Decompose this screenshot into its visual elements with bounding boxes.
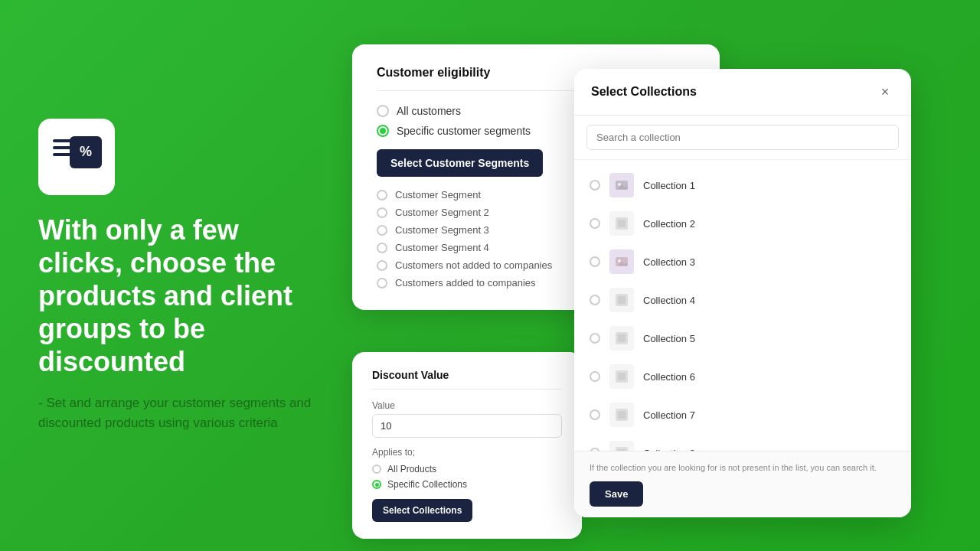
svg-rect-9	[618, 296, 626, 304]
modal-footer: If the collection you are looking for is…	[574, 451, 911, 517]
value-group: Value	[372, 400, 562, 438]
radio-circle-all	[377, 105, 389, 117]
radio-label-specific: Specific customer segments	[397, 125, 531, 137]
collection-item-0[interactable]: Collection 1	[574, 166, 911, 204]
coll-radio-7	[590, 448, 600, 451]
main-headline: With only a few clicks, choose the produ…	[38, 214, 314, 379]
svg-point-6	[618, 259, 621, 262]
coll-name-7: Collection 8	[643, 448, 695, 452]
coll-name-1: Collection 2	[643, 218, 695, 230]
segment-radio-3	[377, 243, 387, 253]
svg-rect-11	[618, 334, 626, 342]
discount-card: Discount Value Value Applies to; All Pro…	[352, 352, 582, 539]
segment-label-3: Customer Segment 4	[395, 242, 489, 253]
search-input[interactable]	[586, 125, 899, 150]
segment-label-2: Customer Segment 3	[395, 224, 489, 236]
coll-radio-2	[590, 256, 600, 267]
select-collections-button[interactable]: Select Collections	[372, 499, 472, 522]
coll-radio-3	[590, 295, 600, 305]
collection-item-6[interactable]: Collection 7	[574, 396, 911, 434]
segment-radio-2	[377, 225, 387, 236]
radio-circle-specific	[377, 125, 389, 137]
segment-radio-0	[377, 190, 387, 201]
left-panel: % With only a few clicks, choose the pro…	[0, 88, 352, 464]
value-input[interactable]	[372, 414, 562, 438]
svg-point-1	[618, 183, 621, 186]
cards-area: Customer eligibility All customers Speci…	[352, 0, 980, 551]
applies-specific-collections[interactable]: Specific Collections	[372, 479, 562, 490]
collection-item-2[interactable]: Collection 3	[574, 243, 911, 281]
applies-label: Applies to;	[372, 447, 562, 458]
coll-thumb-2	[609, 249, 634, 274]
segment-label-1: Customer Segment 2	[395, 207, 489, 218]
segment-label-0: Customer Segment	[395, 189, 481, 201]
segment-label-5: Customers added to companies	[395, 277, 536, 289]
modal-title: Select Collections	[591, 85, 697, 99]
coll-thumb-3	[609, 288, 634, 312]
close-button[interactable]: ×	[876, 83, 894, 101]
modal-header: Select Collections ×	[574, 69, 911, 116]
coll-radio-0	[590, 180, 600, 191]
logo-icon: %	[50, 130, 103, 184]
segment-label-4: Customers not added to companies	[395, 259, 552, 271]
footer-hint: If the collection you are looking for is…	[590, 462, 896, 474]
coll-thumb-6	[609, 403, 634, 427]
coll-name-3: Collection 4	[643, 295, 695, 306]
collection-item-3[interactable]: Collection 4	[574, 281, 911, 319]
svg-rect-17	[618, 449, 626, 451]
value-label: Value	[372, 400, 562, 411]
coll-thumb-7	[609, 441, 634, 451]
coll-radio-4	[590, 333, 600, 344]
svg-rect-13	[618, 373, 626, 380]
segment-radio-5	[377, 278, 387, 289]
radio-label-all: All customers	[397, 105, 461, 117]
coll-name-2: Collection 3	[643, 256, 695, 268]
collection-item-4[interactable]: Collection 5	[574, 319, 911, 357]
collection-item-7[interactable]: Collection 8	[574, 434, 911, 451]
collections-list: Collection 1 Collection 2 Collection 3	[574, 160, 911, 451]
discount-title: Discount Value	[372, 369, 562, 390]
coll-name-4: Collection 5	[643, 333, 695, 344]
segment-radio-4	[377, 260, 387, 271]
coll-thumb-5	[609, 364, 634, 389]
applies-radio-specific	[372, 480, 381, 489]
coll-thumb-4	[609, 326, 634, 350]
save-button[interactable]: Save	[590, 481, 643, 507]
collections-modal: Select Collections × Collection 1 Collec…	[574, 69, 911, 517]
svg-rect-4	[618, 220, 626, 227]
subtext: - Set and arrange your customer segments…	[38, 393, 314, 432]
coll-radio-6	[590, 409, 600, 420]
svg-rect-15	[618, 411, 626, 419]
applies-radio-all	[372, 465, 381, 474]
coll-name-5: Collection 6	[643, 371, 695, 383]
coll-radio-1	[590, 218, 600, 229]
coll-name-0: Collection 1	[643, 180, 695, 191]
segment-radio-1	[377, 207, 387, 218]
coll-radio-5	[590, 371, 600, 382]
applies-all-products[interactable]: All Products	[372, 464, 562, 474]
applies-radio-group: All Products Specific Collections	[372, 464, 562, 490]
applies-label-all: All Products	[387, 464, 436, 474]
search-box	[574, 116, 911, 160]
applies-label-specific: Specific Collections	[387, 479, 467, 490]
select-segments-button[interactable]: Select Customer Segments	[377, 149, 543, 177]
coll-thumb-1	[609, 211, 634, 236]
coll-name-6: Collection 7	[643, 409, 695, 421]
coll-thumb-0	[609, 173, 634, 197]
logo-box: %	[38, 119, 115, 195]
collection-item-1[interactable]: Collection 2	[574, 204, 911, 243]
collection-item-5[interactable]: Collection 6	[574, 357, 911, 396]
